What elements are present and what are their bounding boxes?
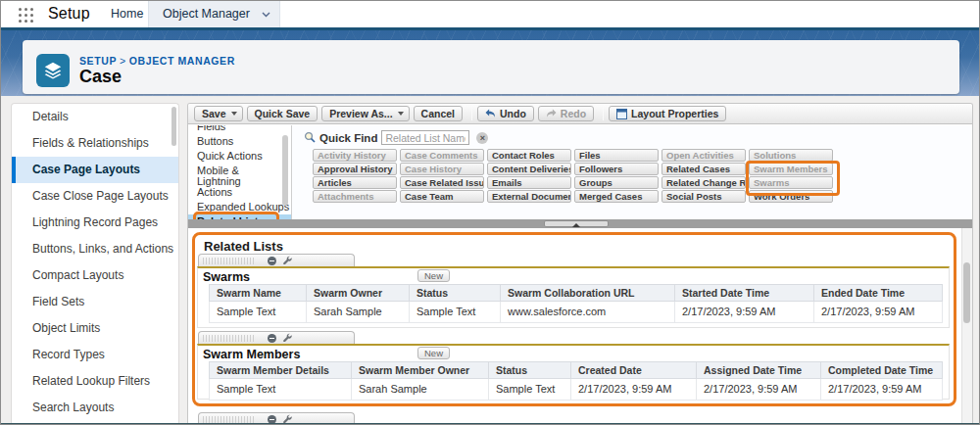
page-header-card (23, 40, 959, 94)
palette-item[interactable]: Articles (313, 176, 397, 189)
quick-find-label: Quick Find (319, 132, 377, 144)
preview-as-button[interactable]: Preview As... (321, 106, 409, 121)
editor-scrollbar-thumb[interactable] (963, 262, 970, 323)
app-title: Setup (48, 5, 90, 23)
layout-editor: Save Quick Save Preview As... Cancel Und… (187, 103, 973, 425)
related-list-swarms[interactable]: Swarms New Swarm Name Swarm Owner Status… (197, 266, 950, 328)
undo-button[interactable]: Undo (477, 106, 534, 121)
sidebar-item-record-types[interactable]: Record Types (12, 342, 178, 368)
sidebar-item-search-layouts[interactable]: Search Layouts (12, 395, 178, 421)
sidebar-item-compact-layouts[interactable]: Compact Layouts (12, 262, 178, 289)
table-cell: Sample Text (489, 379, 571, 401)
table-cell: Sarah Sample (307, 302, 410, 323)
sidebar-scrollbar[interactable] (172, 107, 176, 146)
sidebar-item-lightning-record-pages[interactable]: Lightning Record Pages (12, 210, 178, 236)
search-icon (304, 129, 316, 147)
column-header: Swarm Member Details (210, 362, 352, 379)
palette-item-swarms: Swarms (749, 176, 833, 189)
swarm-members-table: Swarm Member Details Swarm Member Owner … (209, 361, 943, 401)
sidebar-item-case-close-page-layouts[interactable]: Case Close Page Layouts (12, 183, 178, 210)
palette-category-fields[interactable]: Fields (188, 125, 291, 134)
column-header: Status (489, 362, 571, 379)
column-header: Swarm Collaboration URL (501, 285, 675, 302)
sidebar-item-related-lookup-filters[interactable]: Related Lookup Filters (12, 368, 178, 395)
redo-button[interactable]: Redo (538, 106, 594, 121)
new-button[interactable]: New (417, 347, 450, 359)
layout-properties-button[interactable]: Layout Properties (609, 106, 726, 121)
breadcrumb-setup-link[interactable]: SETUP (79, 55, 117, 67)
palette-preview-divider (188, 219, 972, 228)
column-header: Status (410, 285, 501, 302)
wrench-icon[interactable] (282, 333, 292, 343)
palette-item[interactable]: Approval History (313, 163, 397, 175)
global-header: Setup Home Object Manager (1, 1, 979, 27)
remove-icon[interactable] (268, 334, 276, 343)
palette-item[interactable]: Case Team (400, 190, 484, 203)
sidebar-item-case-page-layouts[interactable]: Case Page Layouts (12, 157, 178, 183)
sidebar-item-fields-relationships[interactable]: Fields & Relationships (12, 130, 178, 157)
table-cell: 2/17/2023, 9:59 AM (571, 379, 697, 401)
palette-item[interactable]: Content Deliveries (487, 163, 571, 175)
table-cell: Sample Text (210, 302, 307, 323)
object-manager-sidebar: Details Fields & Relationships Case Page… (11, 103, 179, 425)
palette-item[interactable]: Case Related Issues (400, 176, 484, 189)
palette-category-quick-actions[interactable]: Quick Actions (188, 149, 291, 164)
column-header: Completed Date Time (821, 362, 943, 379)
new-button[interactable]: New (417, 269, 450, 282)
palette-item[interactable]: External Documents (487, 190, 571, 203)
palette-item[interactable]: Groups (574, 176, 659, 189)
palette-item[interactable]: Social Posts (662, 190, 746, 203)
table-cell: 2/17/2023, 9:59 AM (697, 379, 821, 401)
sidebar-item-object-limits[interactable]: Object Limits (12, 315, 178, 342)
editor-scrollbar-track[interactable] (961, 228, 972, 425)
preview-as-dropdown-icon[interactable] (398, 112, 404, 116)
palette-category-buttons[interactable]: Buttons (188, 134, 291, 149)
drag-grip-icon (203, 416, 254, 423)
sidebar-item-details[interactable]: Details (12, 104, 178, 130)
breadcrumb-object-manager-link[interactable]: OBJECT MANAGER (129, 55, 235, 67)
palette-item[interactable]: Contact Roles (487, 149, 571, 162)
table-row: Sample Text Sarah Sample Sample Text www… (210, 302, 943, 323)
palette-item[interactable]: Related Cases (662, 163, 746, 175)
quick-save-button[interactable]: Quick Save (247, 106, 318, 121)
palette-item: Case Comments (400, 149, 484, 162)
column-header: Assigned Date Time (697, 362, 821, 379)
palette-scrollbar[interactable] (282, 135, 288, 206)
breadcrumb: SETUP>OBJECT MANAGER (79, 55, 235, 67)
sidebar-item-field-sets[interactable]: Field Sets (12, 289, 178, 315)
cancel-button[interactable]: Cancel (414, 106, 463, 121)
palette-item[interactable]: Emails (487, 176, 571, 189)
sidebar-item-buttons-links-actions[interactable]: Buttons, Links, and Actions (12, 236, 178, 262)
related-list-tab-swarms[interactable] (198, 254, 355, 266)
save-dropdown-icon[interactable] (231, 112, 237, 116)
palette-category-expanded-lookups[interactable]: Expanded Lookups (188, 200, 291, 214)
related-list-palette-grid: Activity History Case Comments Contact R… (313, 149, 842, 203)
related-list-swarm-members[interactable]: Swarm Members New Swarm Member Details S… (197, 344, 950, 400)
collapse-palette-handle[interactable] (544, 220, 609, 227)
wrench-icon[interactable] (282, 256, 292, 265)
tab-object-manager[interactable]: Object Manager (148, 1, 280, 27)
quick-find-input[interactable] (381, 130, 469, 145)
remove-icon[interactable] (268, 257, 276, 265)
palette-item: Attachments (313, 190, 397, 203)
palette-item[interactable]: Followers (574, 163, 659, 175)
save-button[interactable]: Save (194, 106, 243, 121)
drag-grip-icon (203, 258, 254, 264)
palette-item: Open Activities (662, 149, 746, 162)
undo-icon (485, 109, 496, 118)
palette-item[interactable]: Merged Cases (574, 190, 659, 203)
chevron-down-icon[interactable] (262, 12, 270, 20)
drag-grip-icon (203, 335, 254, 342)
clear-search-icon[interactable]: × (476, 132, 488, 144)
swarms-table: Swarm Name Swarm Owner Status Swarm Coll… (209, 284, 943, 323)
table-cell: Sample Text (210, 379, 352, 401)
palette-item: Case History (400, 163, 484, 175)
related-list-tab-swarm-members[interactable] (198, 331, 355, 344)
palette-item[interactable]: Related Change Re... (662, 176, 746, 189)
palette-item[interactable]: Work Orders (749, 190, 833, 203)
palette-item[interactable]: Files (574, 149, 659, 162)
table-cell: 2/17/2023, 9:59 AM (675, 302, 814, 323)
quick-find-row: Quick Find × (304, 129, 488, 146)
app-launcher-icon[interactable] (19, 8, 33, 23)
palette-category-mobile-lightning-actions[interactable]: Mobile & Lightning Actions (188, 164, 278, 200)
